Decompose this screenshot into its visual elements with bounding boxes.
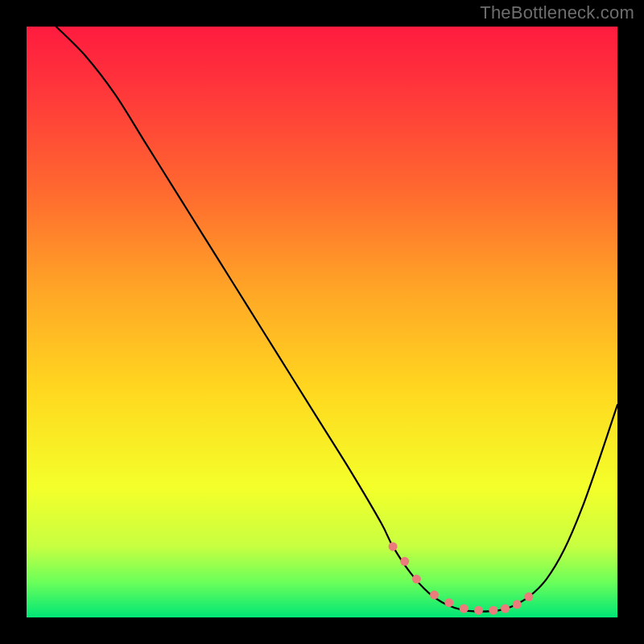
- marker-dot: [389, 542, 398, 551]
- marker-dot: [489, 606, 497, 615]
- marker-dot: [474, 606, 483, 615]
- marker-dot: [412, 575, 421, 584]
- marker-dot: [444, 598, 453, 607]
- marker-dot: [524, 592, 533, 601]
- marker-dot: [460, 604, 469, 613]
- watermark-text: TheBottleneck.com: [480, 2, 634, 23]
- outer-frame: TheBottleneck.com: [0, 0, 644, 644]
- marker-dot: [513, 600, 522, 609]
- plot-area: [27, 27, 617, 617]
- chart-svg: [27, 27, 617, 617]
- marker-dot: [430, 591, 439, 600]
- marker-dot: [400, 557, 409, 566]
- marker-dot: [501, 604, 510, 613]
- gradient-background: [27, 27, 617, 617]
